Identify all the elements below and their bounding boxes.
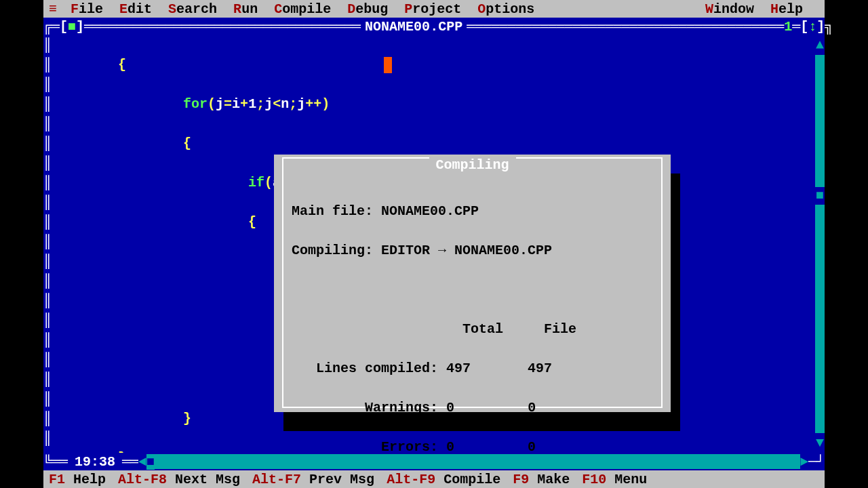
hint-prev-msg[interactable]: Alt-F7 Prev Msg <box>252 472 374 487</box>
menu-options[interactable]: Options <box>477 1 534 17</box>
menu-file[interactable]: File <box>71 1 103 17</box>
window-border-left: ║║║║║║║║║║║║║║║║║║║║║ <box>43 35 53 453</box>
hint-menu[interactable]: F10 Menu <box>582 472 647 487</box>
scroll-down-icon[interactable]: ▼ <box>815 433 825 453</box>
window-number: 1 <box>784 19 792 35</box>
hint-compile[interactable]: Alt-F9 Compile <box>387 472 500 487</box>
warnings-total: 0 <box>446 400 454 415</box>
scroll-left-icon[interactable]: ◄ <box>138 454 146 470</box>
main-file-label: Main file: <box>292 203 373 219</box>
vertical-scrollbar[interactable]: ▲ ■ ▼ <box>815 35 825 453</box>
menu-project[interactable]: Project <box>404 1 461 17</box>
dialog-title: Compiling <box>429 157 515 173</box>
cursor-position: 19:38 <box>68 454 122 470</box>
hint-next-msg[interactable]: Alt-F8 Next Msg <box>118 472 240 487</box>
compile-dialog: Compiling Main file: NONAME00.CPP Compil… <box>274 155 671 412</box>
menu-debug[interactable]: Debug <box>347 1 388 17</box>
editor-window: ╔═[■]══════════════════════════════════ … <box>43 18 825 470</box>
window-title: NONAME00.CPP <box>361 19 467 35</box>
menu-bar: ≡ File Edit Search Run Compile Debug Pro… <box>43 0 825 18</box>
warnings-label: Warnings: <box>365 400 438 415</box>
compiling-value: EDITOR → NONAME00.CPP <box>381 243 552 258</box>
hint-make[interactable]: F9 Make <box>513 472 570 487</box>
warnings-file: 0 <box>528 400 536 415</box>
window-title-bar: ╔═[■]══════════════════════════════════ … <box>43 18 825 35</box>
menu-search[interactable]: Search <box>168 1 217 17</box>
col-total: Total <box>462 321 503 337</box>
window-zoom-icon[interactable]: ↕ <box>808 19 816 35</box>
hint-help[interactable]: F1 Help <box>49 472 106 487</box>
menu-window[interactable]: Window <box>705 1 754 17</box>
text-cursor <box>384 57 392 73</box>
menu-compile[interactable]: Compile <box>274 1 331 17</box>
col-file: File <box>544 321 576 337</box>
compiling-label: Compiling: <box>292 243 373 258</box>
menu-run[interactable]: Run <box>233 1 258 17</box>
status-bar: F1 Help Alt-F8 Next Msg Alt-F7 Prev Msg … <box>43 470 825 488</box>
errors-label: Errors: <box>381 439 438 455</box>
scroll-thumb[interactable]: ■ <box>815 187 825 205</box>
system-menu-icon[interactable]: ≡ <box>49 1 57 17</box>
scroll-up-icon[interactable]: ▲ <box>815 35 825 55</box>
lines-label: Lines compiled: <box>316 361 438 376</box>
errors-file: 0 <box>528 439 536 455</box>
window-close-icon[interactable]: ■ <box>68 19 76 35</box>
menu-help[interactable]: Help <box>770 1 803 17</box>
main-file-value: NONAME00.CPP <box>381 203 479 219</box>
errors-total: 0 <box>446 439 454 455</box>
lines-file: 497 <box>528 361 552 376</box>
scroll-right-icon[interactable]: ► <box>800 454 808 470</box>
menu-edit[interactable]: Edit <box>119 1 152 17</box>
lines-total: 497 <box>446 361 471 376</box>
